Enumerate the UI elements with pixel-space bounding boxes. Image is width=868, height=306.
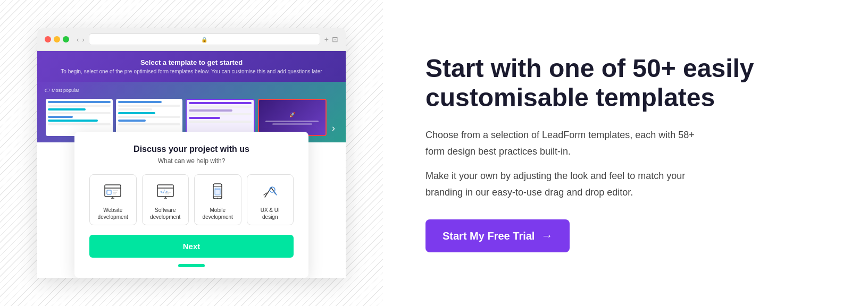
most-popular-label: 🏷 Most popular	[45, 87, 79, 93]
template-thumb-2[interactable]	[116, 99, 183, 136]
hero-description-2: Make it your own by adjusting the look a…	[425, 168, 734, 200]
browser-mockup: ‹ › 🔒 + ⊡ Select a template to get start…	[37, 28, 346, 278]
option-website[interactable]: Website development	[89, 174, 137, 225]
template-header-subtitle: To begin, select one of the pre-optimise…	[48, 69, 335, 74]
desc2b: branding in our easy-to-use drag and dro…	[425, 187, 633, 198]
traffic-lights	[45, 36, 69, 42]
desc2: Make it your own by adjusting the look a…	[425, 171, 685, 181]
cta-button[interactable]: Start My Free Trial →	[425, 219, 570, 252]
hero-description-1: Choose from a selection of LeadForm temp…	[425, 127, 734, 159]
browser-content: Select a template to get started To begi…	[37, 51, 346, 278]
option-mobile[interactable]: Mobile development	[194, 174, 241, 225]
template-thumb-1[interactable]	[46, 99, 113, 136]
svg-rect-19	[215, 188, 220, 195]
option-software[interactable]: </> Software development	[142, 174, 189, 225]
dialog-subtitle: What can we help with?	[89, 157, 294, 165]
option-mobile-label: Mobile development	[200, 207, 236, 220]
svg-rect-2	[107, 190, 111, 194]
option-ux-label: UX & UI design	[253, 207, 288, 220]
cta-arrow-icon: →	[541, 229, 553, 243]
option-software-label: Software development	[148, 207, 183, 220]
minimize-dot[interactable]	[54, 36, 60, 42]
maximize-dot[interactable]	[63, 36, 69, 42]
close-dot[interactable]	[45, 36, 51, 42]
template-thumb-4[interactable]: 🚀	[258, 99, 327, 136]
progress-bar-area	[89, 264, 294, 267]
page-wrapper: ‹ › 🔒 + ⊡ Select a template to get start…	[0, 0, 868, 306]
template-header-title: Select a template to get started	[48, 58, 335, 66]
next-template-arrow[interactable]: ›	[330, 121, 337, 136]
thumbnails-row: 🚀 ›	[46, 88, 337, 136]
browser-actions: + ⊡	[324, 35, 338, 44]
dialog-modal: Discuss your project with us What can we…	[74, 132, 308, 278]
option-ux[interactable]: UX & UI design	[247, 174, 294, 225]
address-bar: 🔒	[89, 33, 320, 45]
browser-nav: ‹ ›	[77, 36, 85, 44]
software-icon: </>	[155, 181, 176, 202]
left-panel: ‹ › 🔒 + ⊡ Select a template to get start…	[0, 0, 383, 306]
next-button[interactable]: Next	[89, 235, 294, 258]
browser-bar: ‹ › 🔒 + ⊡	[37, 28, 346, 51]
right-panel: Start with one of 50+ easily customisabl…	[383, 22, 868, 285]
hero-title-line1: Start with one of 50+ easily	[425, 54, 754, 82]
lock-icon: 🔒	[201, 37, 207, 42]
hero-title-line2: customisable templates	[425, 83, 715, 112]
options-grid: Website development </>	[89, 174, 294, 225]
forward-icon[interactable]: ›	[82, 36, 84, 44]
desc1: Choose from a selection of LeadForm temp…	[425, 130, 695, 140]
hero-title: Start with one of 50+ easily customisabl…	[425, 54, 825, 112]
desc1b: form design best practices built-in.	[425, 146, 571, 157]
progress-pill	[178, 264, 205, 267]
window-icon[interactable]: ⊡	[332, 35, 338, 44]
mobile-icon	[207, 181, 228, 202]
back-icon[interactable]: ‹	[77, 36, 79, 44]
option-website-label: Website development	[95, 207, 131, 220]
dialog-title: Discuss your project with us	[89, 144, 294, 154]
website-icon	[102, 181, 123, 202]
svg-point-18	[217, 198, 218, 199]
ux-icon	[260, 181, 281, 202]
add-tab-icon[interactable]: +	[324, 35, 329, 44]
template-header: Select a template to get started To begi…	[37, 51, 346, 82]
template-thumb-3[interactable]	[186, 99, 255, 136]
cta-label: Start My Free Trial	[443, 230, 535, 242]
fire-icon: 🏷	[45, 87, 50, 93]
